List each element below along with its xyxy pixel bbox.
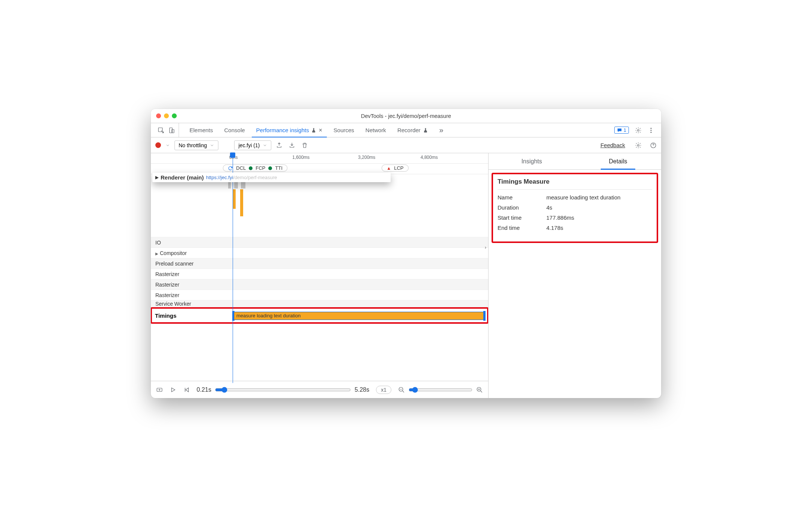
svg-point-5 xyxy=(651,130,652,131)
svg-point-4 xyxy=(651,128,652,129)
detail-key: Name xyxy=(498,194,546,201)
track-timings[interactable]: Timings measure loading text duration xyxy=(151,307,488,324)
svg-point-7 xyxy=(638,144,639,146)
traffic-lights xyxy=(156,113,177,118)
throttle-label: No throttling xyxy=(179,142,207,148)
tab-network[interactable]: Network xyxy=(361,123,391,137)
metric-label: DCL xyxy=(236,165,246,171)
capture-select[interactable]: jec.fyi (1) xyxy=(234,140,271,150)
svg-rect-2 xyxy=(172,129,174,133)
ruler-tick: 1,600ms xyxy=(292,155,310,160)
issues-badge[interactable]: 1 xyxy=(614,127,629,134)
delete-icon[interactable] xyxy=(301,142,308,149)
tab-sources[interactable]: Sources xyxy=(329,123,359,137)
feedback-link[interactable]: Feedback xyxy=(600,142,625,148)
help-icon[interactable] xyxy=(650,142,657,149)
track-main[interactable]: Main xyxy=(151,174,488,237)
timeline-pane[interactable]: 0ms 1,600ms 3,200ms 4,800ms DCL FCP TTI … xyxy=(151,153,489,398)
range-input[interactable] xyxy=(215,387,351,393)
track-label: Timings xyxy=(152,312,227,319)
tab-details[interactable]: Details xyxy=(575,153,661,169)
minimize-window-button[interactable] xyxy=(164,113,169,118)
zoom-controls xyxy=(398,386,483,393)
detail-row: End time 4.178s xyxy=(498,225,652,231)
zoom-out-icon[interactable] xyxy=(398,386,405,393)
track-io[interactable]: IO xyxy=(151,237,488,248)
playhead-handle[interactable] xyxy=(230,152,235,158)
tab-elements[interactable]: Elements xyxy=(185,123,218,137)
details-header: Timings Measure xyxy=(498,178,652,190)
skip-to-start-icon[interactable] xyxy=(183,386,190,393)
track-preload-scanner[interactable]: Preload scanner xyxy=(151,258,488,269)
metric-pill-lcp[interactable]: ▲ LCP xyxy=(382,164,408,172)
close-window-button[interactable] xyxy=(156,113,161,118)
svg-point-10 xyxy=(159,389,160,390)
flame-bar[interactable] xyxy=(240,189,243,216)
issues-count: 1 xyxy=(624,127,626,133)
panel-settings-icon[interactable] xyxy=(635,142,642,149)
track-rasterizer[interactable]: Rasterizer xyxy=(151,269,488,279)
import-icon[interactable] xyxy=(289,142,295,149)
flame-bar[interactable] xyxy=(233,189,236,209)
details-tabs: Insights Details xyxy=(489,153,661,170)
playhead-line xyxy=(233,153,233,383)
settings-icon[interactable] xyxy=(635,127,642,134)
zoom-slider[interactable] xyxy=(409,387,472,393)
svg-point-6 xyxy=(651,131,652,133)
tab-recorder[interactable]: Recorder xyxy=(393,123,433,137)
record-menu-chevron-icon[interactable] xyxy=(165,143,170,148)
inspect-element-icon[interactable] xyxy=(158,127,164,134)
metric-label: FCP xyxy=(256,165,265,171)
detail-row: Start time 177.886ms xyxy=(498,214,652,221)
measure-end-handle[interactable] xyxy=(483,311,486,321)
track-label: Rasterizer xyxy=(151,271,226,277)
track-label: ▶Compositor xyxy=(151,250,226,256)
track-rasterizer[interactable]: Rasterizer xyxy=(151,290,488,300)
timings-canvas[interactable]: measure loading text duration xyxy=(227,309,487,322)
titlebar: DevTools - jec.fyi/demo/perf-measure xyxy=(151,109,661,123)
device-toggle-icon[interactable] xyxy=(168,127,175,134)
track-rasterizer[interactable]: Rasterizer xyxy=(151,279,488,290)
window-title: DevTools - jec.fyi/demo/perf-measure xyxy=(151,113,661,119)
play-icon[interactable] xyxy=(170,386,176,393)
tab-insights[interactable]: Insights xyxy=(489,153,575,169)
screenshot-toggle-icon[interactable] xyxy=(156,386,163,393)
tabs-overflow[interactable]: » xyxy=(435,123,448,137)
detail-key: Start time xyxy=(498,214,546,221)
detail-key: Duration xyxy=(498,204,546,211)
throttle-select[interactable]: No throttling xyxy=(174,140,218,150)
dot-icon xyxy=(268,166,272,170)
track-service-worker[interactable]: Service Worker xyxy=(151,300,488,307)
panel-tabs: Elements Console Performance insights × … xyxy=(151,123,661,137)
record-button[interactable] xyxy=(155,142,161,148)
tab-label: Network xyxy=(365,127,386,133)
playback-speed[interactable]: x1 xyxy=(376,386,391,394)
warning-triangle-icon: ▲ xyxy=(386,166,391,171)
track-compositor[interactable]: ▶Compositor xyxy=(151,248,488,258)
tab-console[interactable]: Console xyxy=(220,123,250,137)
detail-value: measure loading text duration xyxy=(546,194,621,201)
time-ruler[interactable]: 0ms 1,600ms 3,200ms 4,800ms xyxy=(151,153,488,164)
svg-point-3 xyxy=(638,129,639,131)
renderer-label: Renderer (main) xyxy=(161,174,204,181)
track-canvas[interactable] xyxy=(226,174,488,237)
svg-rect-9 xyxy=(157,388,162,391)
details-box: Timings Measure Name measure loading tex… xyxy=(492,173,658,243)
tab-label: Performance insights xyxy=(256,127,309,133)
detail-row: Name measure loading text duration xyxy=(498,194,652,201)
time-range-slider[interactable]: 0.21s 5.28s xyxy=(197,386,369,393)
dot-icon xyxy=(249,166,253,170)
main-area: 0ms 1,600ms 3,200ms 4,800ms DCL FCP TTI … xyxy=(151,153,661,398)
zoom-window-button[interactable] xyxy=(172,113,177,118)
tracks[interactable]: Main IO ▶Compositor Preload s xyxy=(151,174,488,381)
kebab-menu-icon[interactable] xyxy=(648,127,654,134)
timeline-footer: 0.21s 5.28s x1 xyxy=(151,381,488,398)
chevron-down-icon xyxy=(210,143,214,148)
collapse-pane-icon[interactable]: › xyxy=(485,245,486,250)
close-tab-icon[interactable]: × xyxy=(319,127,322,134)
export-icon[interactable] xyxy=(276,142,283,149)
timings-measure-bar[interactable]: measure loading text duration xyxy=(234,312,484,320)
zoom-in-icon[interactable] xyxy=(476,386,483,393)
detail-value: 177.886ms xyxy=(546,214,574,221)
tab-performance-insights[interactable]: Performance insights × xyxy=(252,123,327,137)
